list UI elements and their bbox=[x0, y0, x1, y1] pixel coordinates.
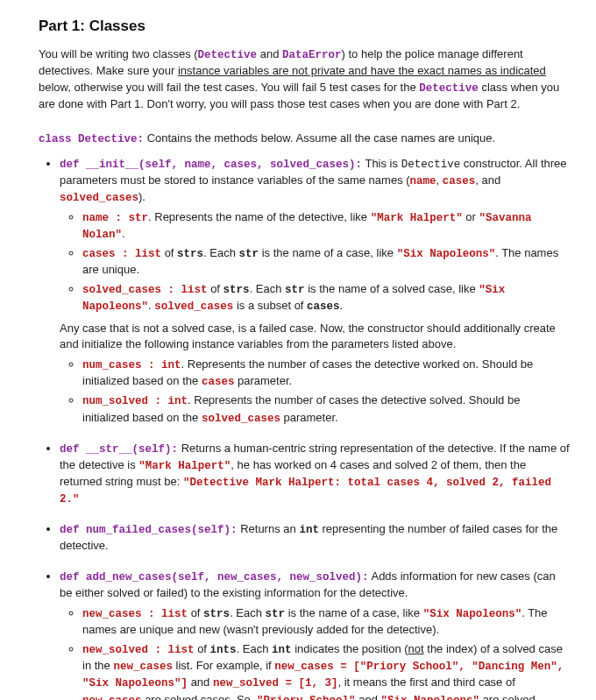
text: and bbox=[482, 173, 501, 187]
code-classname: Detective bbox=[419, 82, 479, 95]
text: . Each bbox=[250, 282, 285, 295]
text: or bbox=[463, 210, 479, 223]
text: are solved cases. So, bbox=[142, 693, 258, 700]
code-type: str bbox=[239, 248, 259, 260]
code-type: str bbox=[285, 284, 305, 296]
text: . bbox=[122, 227, 125, 240]
method-num-failed-cases: def num_failed_cases(self): Returns an i… bbox=[60, 521, 570, 555]
text: is a subset of bbox=[233, 299, 307, 312]
code-var: cases : list bbox=[82, 248, 161, 260]
code-str: "Six Napoleons" bbox=[380, 695, 479, 700]
intro-paragraph: You will be writing two classes (Detecti… bbox=[39, 46, 570, 113]
text: This is bbox=[362, 157, 401, 170]
underlined-text: instance variables are not private and h… bbox=[178, 64, 546, 77]
text: of bbox=[161, 246, 177, 259]
code-str: "Priory School" bbox=[257, 695, 356, 700]
code-classname: DataError bbox=[282, 49, 342, 61]
code-param: solved_cases bbox=[60, 192, 138, 204]
text: . Each bbox=[230, 606, 265, 619]
param-cases: cases : list of strs. Each str is the na… bbox=[82, 245, 570, 279]
code-var: new_solved : list bbox=[82, 644, 195, 656]
var-num-solved: num_solved : int. Represents the number … bbox=[82, 392, 570, 426]
text: parameter. bbox=[234, 374, 292, 387]
code-str: "Mark Halpert" bbox=[138, 460, 231, 472]
code-param: name bbox=[410, 175, 436, 187]
code-method-sig: def add_new_cases(self, new_cases, new_s… bbox=[60, 571, 369, 583]
code-var: solved_cases : list bbox=[82, 284, 208, 296]
class-signature-line: class Detective: Contains the methods be… bbox=[39, 131, 570, 147]
text: . Represents the name of the detective, … bbox=[148, 210, 371, 223]
code-type: strs bbox=[177, 248, 203, 260]
page-title: Part 1: Classes bbox=[39, 16, 570, 38]
param-solved-cases: solved_cases : list of strs. Each str is… bbox=[82, 281, 570, 315]
code-var: num_cases : int bbox=[82, 359, 181, 371]
code-type: int bbox=[299, 524, 319, 536]
code-expr: new_solved = [1, 3] bbox=[213, 677, 338, 689]
text: below, otherwise you will fail the test … bbox=[39, 81, 419, 94]
text: of bbox=[188, 606, 203, 619]
text: is the name of a case, like bbox=[259, 246, 397, 259]
text: . Each bbox=[237, 642, 272, 655]
text: Contains the methods below. Assume all t… bbox=[144, 131, 495, 145]
code-inline: Detective bbox=[401, 159, 461, 171]
text: . bbox=[340, 299, 344, 312]
text: and bbox=[257, 47, 282, 60]
code-var: solved_cases bbox=[154, 301, 233, 313]
text: is the name of a case, like bbox=[285, 606, 423, 619]
code-param: cases bbox=[443, 175, 476, 187]
code-str: "Six Napoleons" bbox=[423, 608, 522, 620]
text: You will be writing two classes ( bbox=[39, 47, 198, 60]
init-note: Any case that is not a solved case, is a… bbox=[60, 321, 570, 354]
text: indicates the position ( bbox=[292, 642, 408, 655]
code-var: name : str bbox=[82, 212, 148, 224]
method-list: def __init__(self, name, cases, solved_c… bbox=[39, 156, 570, 700]
text: parameter. bbox=[280, 411, 338, 424]
code-param: cases bbox=[202, 376, 235, 388]
text: of bbox=[208, 282, 224, 295]
code-type: str bbox=[266, 608, 286, 620]
param-name: name : str. Represents the name of the d… bbox=[82, 209, 570, 243]
param-new-solved: new_solved : list of ints. Each int indi… bbox=[82, 641, 570, 700]
code-str: "Mark Halpert" bbox=[371, 212, 463, 224]
add-param-list: new_cases : list of strs. Each str is th… bbox=[60, 605, 570, 700]
code-type: strs bbox=[203, 608, 230, 620]
method-str: def __str__(self): Returns a human-centr… bbox=[60, 441, 570, 508]
code-param: new_cases bbox=[82, 695, 142, 700]
text: , it means the first and third case of bbox=[337, 675, 514, 689]
code-var: new_cases : list bbox=[82, 608, 188, 620]
code-param: solved_cases bbox=[202, 413, 280, 425]
method-add-new-cases: def add_new_cases(self, new_cases, new_s… bbox=[60, 569, 570, 700]
code-method-sig: def __init__(self, name, cases, solved_c… bbox=[60, 159, 362, 171]
underline-not: not bbox=[408, 642, 424, 655]
method-init: def __init__(self, name, cases, solved_c… bbox=[60, 156, 570, 427]
text: and bbox=[188, 675, 213, 689]
code-var: num_solved : int bbox=[82, 395, 188, 407]
text: list. For example, if bbox=[173, 659, 274, 672]
text: . Each bbox=[203, 246, 238, 259]
code-class-decl: class Detective: bbox=[39, 133, 144, 145]
text: and bbox=[356, 693, 381, 700]
code-method-sig: def num_failed_cases(self): bbox=[60, 524, 238, 536]
code-type: ints bbox=[210, 644, 237, 656]
param-new-cases: new_cases : list of strs. Each str is th… bbox=[82, 605, 570, 639]
derived-var-list: num_cases : int. Represents the number o… bbox=[60, 357, 570, 427]
text: is the name of a solved case, like bbox=[305, 282, 479, 295]
document-page: Part 1: Classes You will be writing two … bbox=[0, 0, 596, 700]
code-var: cases bbox=[307, 301, 340, 313]
code-param: new_cases bbox=[113, 661, 173, 673]
text: , bbox=[475, 173, 481, 187]
code-type: int bbox=[272, 644, 292, 656]
code-type: strs bbox=[224, 284, 250, 296]
text: , bbox=[436, 173, 443, 187]
code-str: "Six Napoleons" bbox=[397, 248, 496, 260]
code-method-sig: def __str__(self): bbox=[60, 443, 178, 456]
param-list: name : str. Represents the name of the d… bbox=[60, 209, 570, 315]
var-num-cases: num_cases : int. Represents the number o… bbox=[82, 357, 570, 390]
text: Returns an bbox=[238, 522, 300, 535]
code-classname: Detective bbox=[198, 49, 258, 61]
text: ). bbox=[138, 190, 145, 203]
text: of bbox=[195, 642, 210, 655]
